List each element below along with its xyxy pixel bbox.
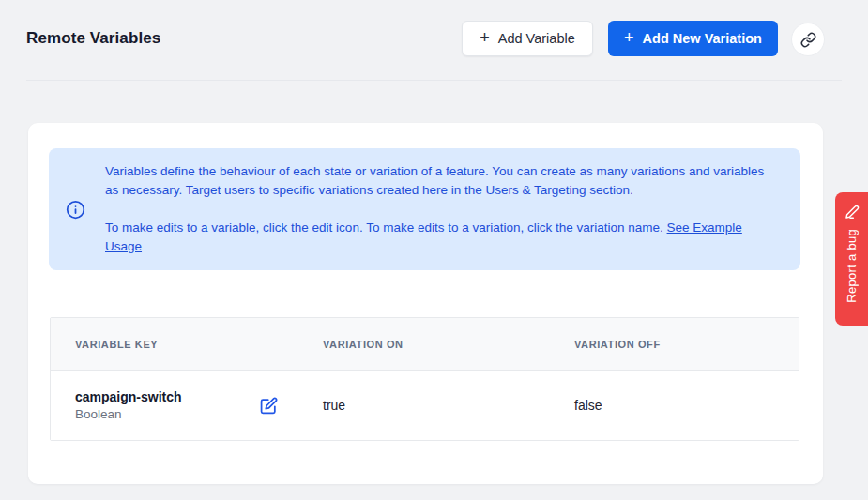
column-header-variation-off: VARIATION OFF	[550, 318, 799, 370]
info-paragraph-1: Variables define the behaviour of each s…	[105, 162, 778, 200]
header-divider	[26, 80, 842, 81]
column-header-variation-on: VARIATION ON	[298, 318, 550, 370]
variation-off-cell[interactable]: false	[550, 371, 799, 440]
variation-on-cell[interactable]: true	[298, 371, 550, 440]
add-variable-button[interactable]: + Add Variable	[462, 21, 593, 56]
info-banner-text: Variables define the behaviour of each s…	[105, 162, 778, 256]
variables-table: VARIABLE KEY VARIATION ON VARIATION OFF …	[50, 317, 799, 441]
report-a-bug-tab[interactable]: Report a bug	[835, 192, 868, 326]
plus-icon: +	[480, 29, 490, 46]
info-banner: Variables define the behaviour of each s…	[49, 148, 800, 270]
pencil-icon	[845, 205, 860, 220]
info-paragraph-2: To make edits to a variable, click the e…	[105, 219, 778, 256]
add-variable-label: Add Variable	[498, 31, 575, 46]
copy-link-button[interactable]	[791, 23, 825, 56]
edit-variable-button[interactable]	[260, 397, 278, 415]
plus-icon: +	[624, 29, 634, 46]
table-header-row: VARIABLE KEY VARIATION ON VARIATION OFF	[51, 318, 799, 371]
add-new-variation-button[interactable]: + Add New Variation	[608, 21, 778, 56]
page-title: Remote Variables	[26, 29, 160, 48]
table-row: campaign-switch Boolean true false	[51, 371, 799, 440]
remote-variables-card: Variables define the behaviour of each s…	[28, 123, 823, 484]
variable-type: Boolean	[75, 407, 182, 421]
variable-key-cell: campaign-switch Boolean	[51, 371, 298, 440]
variation-on-value: true	[323, 398, 345, 413]
variation-off-value: false	[574, 398, 602, 413]
add-new-variation-label: Add New Variation	[643, 31, 762, 46]
info-icon	[66, 200, 86, 220]
report-a-bug-label: Report a bug	[845, 229, 859, 303]
variable-key-name: campaign-switch	[75, 389, 182, 404]
link-icon	[800, 32, 816, 48]
column-header-variable-key: VARIABLE KEY	[51, 318, 298, 370]
edit-icon	[260, 397, 278, 415]
